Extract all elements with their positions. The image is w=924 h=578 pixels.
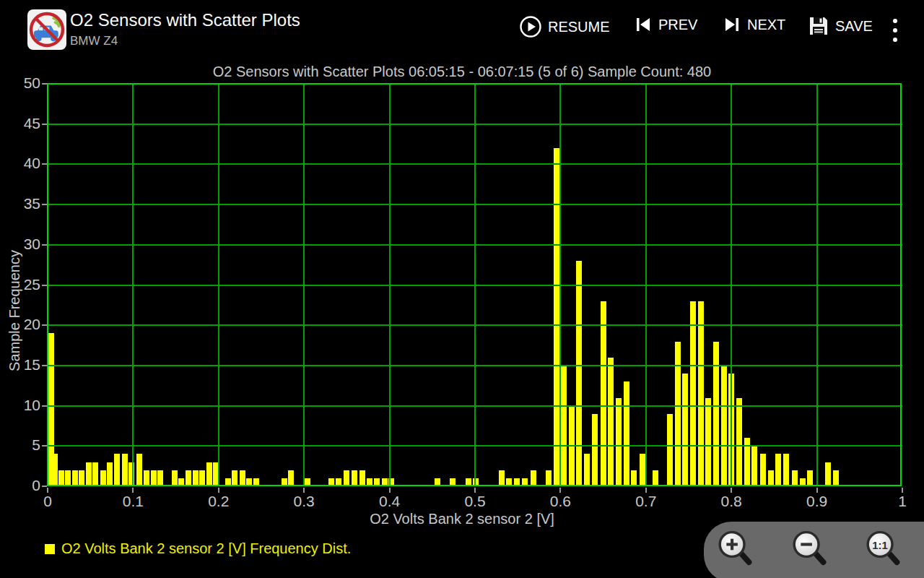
zoom-out-button[interactable] (790, 529, 828, 569)
zoom-reset-button[interactable]: 1:1 (864, 529, 902, 569)
prev-button[interactable]: PREV (629, 14, 702, 35)
histogram-bar (367, 478, 372, 486)
x-tick-label: 0.6 (539, 493, 582, 510)
histogram-bar (232, 470, 237, 486)
histogram-bar (100, 470, 106, 486)
histogram-bar (65, 470, 71, 486)
histogram-bar (435, 478, 440, 486)
histogram-bar (336, 478, 341, 486)
y-tick-label: 20 (4, 316, 40, 333)
histogram-bar (225, 478, 231, 486)
x-tick-mark (816, 488, 818, 493)
histogram-bar (344, 470, 349, 486)
x-tick-mark (47, 488, 48, 493)
next-label: NEXT (747, 17, 785, 33)
histogram-bar (178, 478, 184, 486)
histogram-bar (736, 398, 742, 487)
histogram-bar (72, 470, 78, 486)
histogram-bar (807, 470, 813, 486)
y-tick-label: 0 (4, 477, 40, 494)
skip-previous-icon (634, 15, 653, 34)
y-tick-mark (42, 285, 47, 286)
histogram-bar (653, 470, 658, 486)
y-tick-mark (42, 244, 47, 246)
histogram-bar (52, 454, 58, 486)
histogram-bar (675, 342, 681, 487)
histogram-bar (624, 381, 629, 486)
histogram-bar (499, 470, 505, 486)
y-tick-label: 10 (4, 397, 40, 414)
x-tick-label: 0 (26, 493, 69, 510)
zoom-controls-panel: 1:1 (704, 522, 924, 578)
x-tick-label: 0.7 (624, 493, 668, 510)
magnifier-one-to-one-icon: 1:1 (864, 529, 902, 569)
legend: O2 Volts Bank 2 sensor 2 [V] Frequency D… (45, 540, 351, 557)
histogram-bar (58, 470, 64, 486)
overflow-dot (893, 19, 897, 23)
skip-next-icon (723, 15, 741, 34)
resume-button[interactable]: RESUME (515, 14, 614, 39)
svg-text:1:1: 1:1 (872, 539, 888, 551)
x-tick-mark (474, 488, 476, 493)
gridline (48, 124, 902, 125)
histogram-bar (616, 398, 622, 487)
histogram-bar (833, 470, 839, 486)
y-tick-label: 45 (4, 115, 40, 132)
y-tick-label: 50 (4, 74, 40, 92)
zoom-in-button[interactable] (716, 529, 754, 569)
histogram-bar (690, 301, 696, 486)
histogram-bar (522, 478, 528, 486)
play-circle-icon (519, 15, 542, 38)
histogram-bar (288, 470, 294, 486)
gridline (48, 163, 902, 165)
y-tick-mark (42, 405, 47, 407)
x-tick-label: 0.4 (368, 493, 411, 510)
gridline (48, 244, 902, 246)
histogram-bar (186, 470, 191, 486)
histogram-bar (282, 478, 287, 486)
x-tick-mark (132, 488, 134, 493)
histogram-bar (253, 478, 259, 486)
x-tick-label: 0.8 (710, 493, 753, 510)
magnifier-minus-icon (790, 529, 828, 569)
x-tick-label: 0.2 (197, 493, 240, 510)
x-tick-label: 0.5 (453, 493, 497, 510)
histogram-bar (800, 478, 806, 486)
histogram-bar (631, 470, 637, 486)
y-axis-title: Sample Frequency (6, 250, 23, 371)
histogram-bar (305, 478, 310, 486)
histogram-bar (783, 454, 789, 486)
gridline (48, 204, 902, 205)
vehicle-profile-label: BMW Z4 (70, 34, 118, 48)
histogram-bar (144, 470, 149, 486)
histogram-bar (561, 366, 567, 486)
x-tick-mark (389, 488, 391, 493)
histogram-bar (79, 470, 84, 486)
y-tick-label: 35 (4, 195, 40, 212)
floppy-disk-icon (808, 15, 829, 37)
overflow-menu-button[interactable] (891, 19, 899, 45)
histogram-bar (768, 470, 774, 486)
histogram-bar (546, 470, 552, 486)
next-button[interactable]: NEXT (718, 14, 790, 35)
gridline (48, 365, 902, 366)
gridline (48, 405, 902, 407)
save-button[interactable]: SAVE (803, 14, 877, 38)
histogram-bar (584, 454, 590, 486)
histogram-bar (199, 470, 205, 486)
histogram-bar (240, 470, 245, 486)
histogram-bar (328, 478, 334, 486)
histogram-bar (713, 342, 719, 487)
y-tick-label: 5 (4, 436, 40, 454)
overflow-dot (893, 28, 897, 33)
y-tick-mark (42, 83, 47, 85)
histogram-bar (576, 261, 582, 486)
y-tick-mark (42, 124, 47, 125)
histogram-bar (92, 462, 98, 486)
histogram-bar (608, 358, 614, 486)
x-tick-mark (303, 488, 305, 493)
prev-label: PREV (658, 17, 697, 33)
app-icon (27, 9, 66, 50)
y-tick-mark (42, 163, 47, 165)
x-tick-label: 0.3 (282, 493, 326, 510)
